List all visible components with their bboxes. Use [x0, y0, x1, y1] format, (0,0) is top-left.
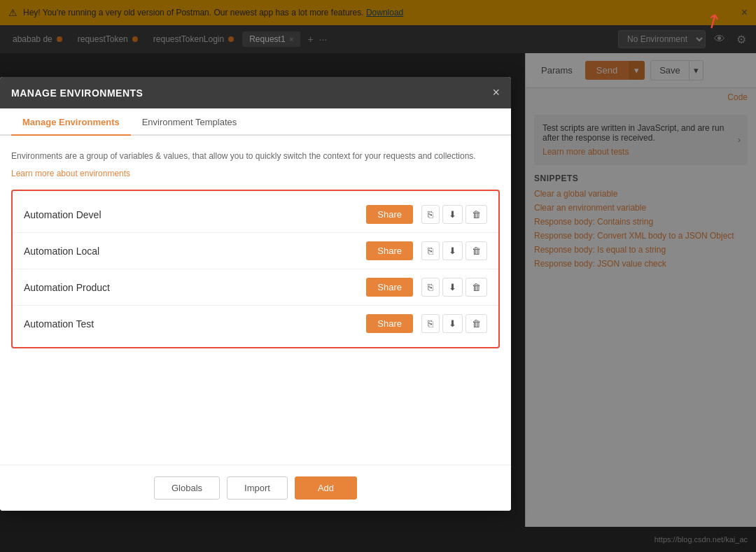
download-button-automation-local[interactable]: ⬇: [442, 241, 463, 260]
duplicate-button-automation-test[interactable]: ⎘: [421, 314, 440, 333]
env-row-automation-product: Automation Product Share ⎘ ⬇ 🗑: [13, 269, 498, 306]
learn-environments-link[interactable]: Learn more about environments: [11, 169, 130, 178]
environments-list: Automation Devel Share ⎘ ⬇ 🗑 Automation …: [11, 190, 500, 348]
env-description: Environments are a group of variables & …: [11, 150, 500, 162]
delete-button-automation-test[interactable]: 🗑: [465, 314, 487, 333]
share-button-automation-local[interactable]: Share: [366, 241, 413, 260]
download-button-automation-devel[interactable]: ⬇: [442, 205, 463, 224]
globals-button[interactable]: Globals: [154, 476, 220, 500]
env-row-automation-local: Automation Local Share ⎘ ⬇ 🗑: [13, 233, 498, 269]
duplicate-button-automation-product[interactable]: ⎘: [421, 278, 440, 297]
download-button-automation-product[interactable]: ⬇: [442, 278, 463, 297]
download-button-automation-test[interactable]: ⬇: [442, 314, 463, 333]
delete-button-automation-local[interactable]: 🗑: [465, 241, 487, 260]
env-row-automation-devel: Automation Devel Share ⎘ ⬇ 🗑: [13, 197, 498, 233]
modal-tab-bar: Manage Environments Environment Template…: [0, 108, 511, 136]
share-button-automation-devel[interactable]: Share: [366, 205, 413, 224]
share-button-automation-test[interactable]: Share: [366, 314, 413, 333]
share-button-automation-product[interactable]: Share: [366, 278, 413, 297]
duplicate-button-automation-local[interactable]: ⎘: [421, 241, 440, 260]
manage-environments-modal: MANAGE ENVIRONMENTS × Manage Environment…: [0, 77, 511, 511]
tab-manage-environments[interactable]: Manage Environments: [11, 108, 131, 136]
import-button[interactable]: Import: [227, 476, 288, 500]
delete-button-automation-product[interactable]: 🗑: [465, 278, 487, 297]
env-name-automation-devel: Automation Devel: [24, 209, 366, 220]
add-button[interactable]: Add: [295, 476, 357, 500]
modal-close-button[interactable]: ×: [492, 85, 500, 100]
modal-header: MANAGE ENVIRONMENTS ×: [0, 77, 511, 108]
env-name-automation-local: Automation Local: [24, 246, 366, 257]
env-name-automation-test: Automation Test: [24, 318, 366, 330]
env-row-automation-test: Automation Test Share ⎘ ⬇ 🗑: [13, 306, 498, 341]
modal-body: Environments are a group of variables & …: [0, 136, 511, 362]
duplicate-button-automation-devel[interactable]: ⎘: [421, 205, 440, 224]
tab-environment-templates[interactable]: Environment Templates: [131, 108, 248, 136]
delete-button-automation-devel[interactable]: 🗑: [465, 205, 487, 224]
env-name-automation-product: Automation Product: [24, 282, 366, 293]
modal-title: MANAGE ENVIRONMENTS: [11, 87, 143, 99]
modal-footer: Globals Import Add: [0, 465, 511, 511]
